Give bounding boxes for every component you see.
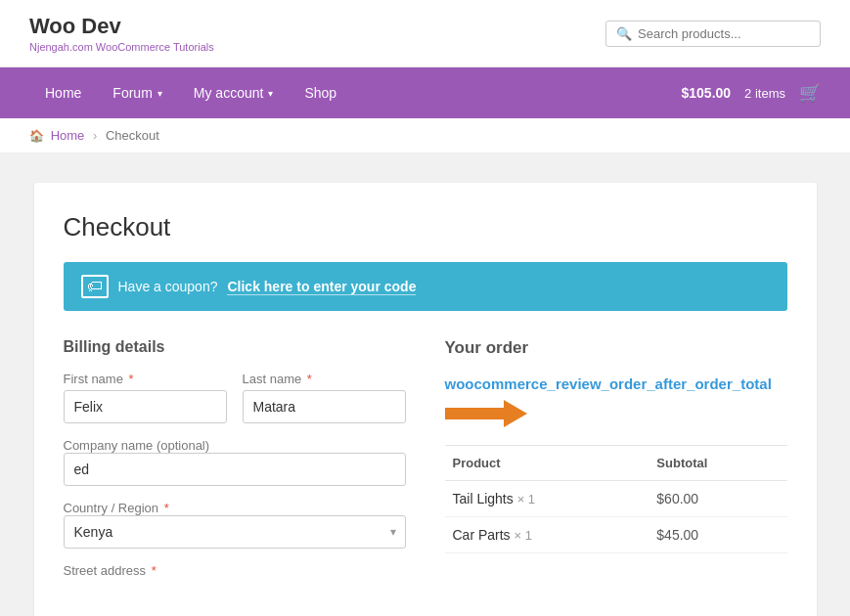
nav-right: $105.00 2 items 🛒 — [681, 82, 821, 104]
product-name: Car Parts — [453, 527, 511, 543]
cart-price: $105.00 — [681, 85, 731, 101]
cart-icon[interactable]: 🛒 — [799, 82, 821, 104]
street-row: Street address * — [64, 562, 406, 578]
site-title: Woo Dev — [29, 14, 214, 39]
checkout-wrapper: Checkout 🏷 Have a coupon? Click here to … — [34, 183, 817, 616]
coupon-banner: 🏷 Have a coupon? Click here to enter you… — [64, 262, 787, 311]
arrow-head-icon — [504, 400, 527, 427]
chevron-down-icon: ▾ — [268, 88, 273, 99]
required-star: * — [307, 372, 312, 386]
last-name-group: Last name * — [243, 372, 406, 423]
nav-left: Home Forum ▾ My account ▾ Shop — [29, 67, 352, 118]
company-row: Company name (optional) — [64, 437, 406, 486]
search-box[interactable]: 🔍 — [605, 21, 821, 47]
search-input[interactable] — [638, 26, 810, 41]
required-star: * — [152, 563, 157, 578]
product-qty: × 1 — [517, 492, 535, 506]
col-product: Product — [445, 446, 649, 481]
nav-shop[interactable]: Shop — [289, 67, 352, 118]
order-table: Product Subtotal Tail Lights × 1 $60.00 … — [445, 445, 787, 553]
nav-forum[interactable]: Forum ▾ — [97, 67, 177, 118]
product-qty: × 1 — [514, 528, 532, 543]
nav-myaccount[interactable]: My account ▾ — [178, 67, 290, 118]
company-label: Company name (optional) — [64, 438, 210, 453]
street-label: Street address * — [64, 563, 157, 578]
product-cell: Car Parts × 1 — [445, 517, 649, 553]
breadcrumb-separator: › — [93, 128, 97, 143]
required-star: * — [164, 501, 169, 515]
main-content: Checkout 🏷 Have a coupon? Click here to … — [5, 154, 846, 616]
site-logo: Woo Dev Njengah.com WooCommerce Tutorial… — [29, 14, 214, 53]
first-name-input[interactable] — [64, 390, 227, 423]
site-nav: Home Forum ▾ My account ▾ Shop $105.00 2… — [0, 67, 850, 118]
coupon-icon: 🏷 — [81, 275, 109, 298]
arrow-tail — [445, 408, 504, 419]
breadcrumb-home-link[interactable]: Home — [51, 128, 85, 143]
nav-home[interactable]: Home — [29, 67, 97, 118]
subtotal-cell: $45.00 — [649, 517, 786, 553]
table-header-row: Product Subtotal — [445, 446, 787, 481]
first-name-group: First name * — [64, 372, 227, 423]
hook-text: woocommerce_review_order_after_order_tot… — [445, 374, 787, 394]
last-name-input[interactable] — [243, 390, 406, 423]
nav-forum-label: Forum — [112, 85, 152, 101]
checkout-title: Checkout — [64, 212, 787, 242]
site-header: Woo Dev Njengah.com WooCommerce Tutorial… — [0, 0, 850, 67]
chevron-down-icon: ▾ — [157, 88, 162, 99]
breadcrumb-current: Checkout — [106, 128, 159, 143]
billing-title: Billing details — [64, 338, 406, 356]
order-col: Your order woocommerce_review_order_afte… — [445, 338, 787, 592]
coupon-link[interactable]: Click here to enter your code — [227, 279, 416, 295]
nav-shop-label: Shop — [304, 85, 336, 101]
coupon-text: Have a coupon? — [118, 279, 218, 294]
country-select[interactable]: Kenya Uganda Tanzania — [64, 515, 406, 549]
site-subtitle: Njengah.com WooCommerce Tutorials — [29, 41, 214, 53]
col-subtotal: Subtotal — [649, 446, 786, 481]
first-name-label: First name * — [64, 372, 227, 386]
product-cell: Tail Lights × 1 — [445, 481, 649, 517]
order-title: Your order — [445, 338, 787, 358]
country-label: Country / Region * — [64, 501, 169, 515]
product-name: Tail Lights — [453, 491, 514, 506]
hook-text-block: woocommerce_review_order_after_order_tot… — [445, 374, 787, 427]
home-icon: 🏠 — [29, 129, 44, 143]
subtotal-cell: $60.00 — [649, 481, 786, 517]
breadcrumb: 🏠 Home › Checkout — [0, 118, 850, 154]
arrow-annotation — [445, 400, 787, 427]
name-row: First name * Last name * — [64, 372, 406, 423]
cart-count: 2 items — [744, 86, 785, 101]
nav-home-label: Home — [45, 85, 81, 101]
country-row: Country / Region * Kenya Uganda Tanzania… — [64, 500, 406, 549]
table-row: Car Parts × 1 $45.00 — [445, 517, 787, 553]
company-input[interactable] — [64, 453, 406, 486]
checkout-columns: Billing details First name * Last name * — [64, 338, 787, 592]
table-row: Tail Lights × 1 $60.00 — [445, 481, 787, 517]
search-icon: 🔍 — [616, 26, 632, 41]
billing-col: Billing details First name * Last name * — [64, 338, 406, 592]
country-select-wrap: Kenya Uganda Tanzania ▾ — [64, 515, 406, 549]
last-name-label: Last name * — [243, 372, 406, 386]
required-star: * — [129, 372, 134, 386]
nav-myaccount-label: My account — [194, 85, 264, 101]
